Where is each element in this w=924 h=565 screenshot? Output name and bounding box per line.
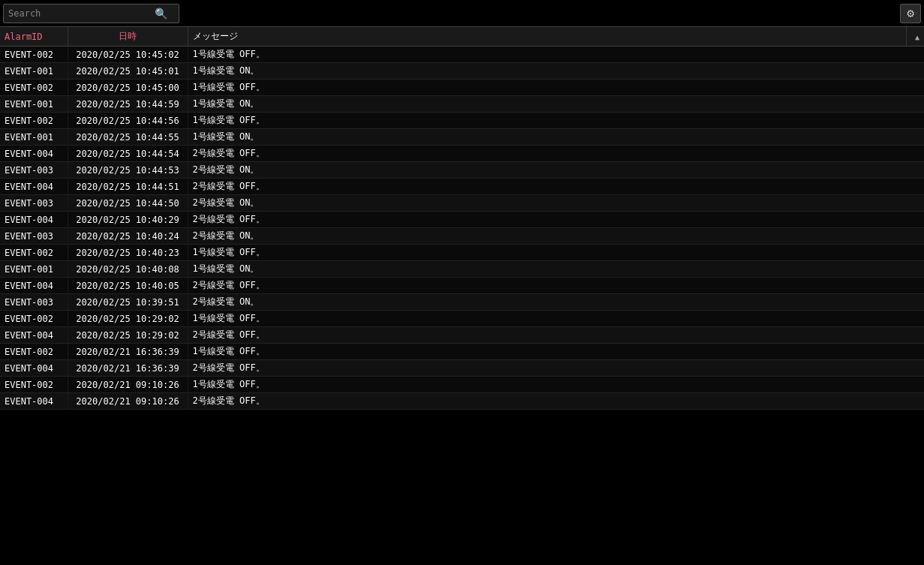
table-header-row: AlarmID 日時 メッセージ ▲ [0,27,924,47]
table-row[interactable]: EVENT-0022020/02/25 10:45:021号線受電 OFF。 [0,47,924,63]
gear-button[interactable]: ⚙ [900,4,921,23]
sort-arrow-icon: ▲ [915,33,919,41]
cell-datetime: 2020/02/25 10:44:50 [68,195,188,212]
table-row[interactable]: EVENT-0042020/02/25 10:40:052号線受電 OFF。 [0,278,924,294]
cell-datetime: 2020/02/25 10:44:53 [68,162,188,179]
cell-message: 1号線受電 ON。 [188,129,924,146]
cell-message: 1号線受電 OFF。 [188,80,924,96]
table-row[interactable]: EVENT-0042020/02/25 10:44:542号線受電 OFF。 [0,146,924,162]
cell-datetime: 2020/02/25 10:45:02 [68,47,188,63]
cell-datetime: 2020/02/25 10:29:02 [68,311,188,327]
table-row[interactable]: EVENT-0032020/02/25 10:44:502号線受電 ON。 [0,195,924,212]
cell-datetime: 2020/02/25 10:44:51 [68,179,188,195]
table-row[interactable]: EVENT-0042020/02/25 10:29:022号線受電 OFF。 [0,327,924,344]
cell-message: 2号線受電 OFF。 [188,212,924,228]
cell-datetime: 2020/02/21 16:36:39 [68,344,188,360]
cell-alarmid: EVENT-004 [0,179,68,195]
events-table: AlarmID 日時 メッセージ ▲ EVENT-0022020/02/25 1… [0,27,924,410]
cell-message: 2号線受電 ON。 [188,162,924,179]
cell-alarmid: EVENT-002 [0,344,68,360]
cell-datetime: 2020/02/21 16:36:39 [68,360,188,377]
cell-message: 1号線受電 ON。 [188,96,924,113]
table-row[interactable]: EVENT-0012020/02/25 10:44:551号線受電 ON。 [0,129,924,146]
table-row[interactable]: EVENT-0042020/02/21 16:36:392号線受電 OFF。 [0,360,924,377]
table-row[interactable]: EVENT-0032020/02/25 10:39:512号線受電 ON。 [0,294,924,311]
table-row[interactable]: EVENT-0022020/02/21 09:10:261号線受電 OFF。 [0,377,924,393]
cell-message: 2号線受電 ON。 [188,195,924,212]
top-bar: 🔍 ⚙ [0,0,924,27]
cell-alarmid: EVENT-004 [0,212,68,228]
cell-message: 1号線受電 OFF。 [188,377,924,393]
cell-alarmid: EVENT-002 [0,245,68,261]
cell-datetime: 2020/02/25 10:40:24 [68,228,188,245]
cell-datetime: 2020/02/25 10:45:00 [68,80,188,96]
cell-datetime: 2020/02/25 10:39:51 [68,294,188,311]
table-row[interactable]: EVENT-0022020/02/21 16:36:391号線受電 OFF。 [0,344,924,360]
cell-message: 2号線受電 ON。 [188,294,924,311]
cell-alarmid: EVENT-004 [0,393,68,410]
cell-message: 1号線受電 OFF。 [188,311,924,327]
cell-datetime: 2020/02/25 10:29:02 [68,327,188,344]
cell-alarmid: EVENT-002 [0,113,68,129]
cell-datetime: 2020/02/25 10:44:56 [68,113,188,129]
search-input[interactable] [8,8,155,19]
table-row[interactable]: EVENT-0042020/02/25 10:40:292号線受電 OFF。 [0,212,924,228]
cell-alarmid: EVENT-001 [0,129,68,146]
cell-alarmid: EVENT-001 [0,261,68,278]
col-header-message[interactable]: メッセージ [188,27,906,47]
table-row[interactable]: EVENT-0022020/02/25 10:29:021号線受電 OFF。 [0,311,924,327]
cell-message: 2号線受電 ON。 [188,228,924,245]
table-row[interactable]: EVENT-0022020/02/25 10:44:561号線受電 OFF。 [0,113,924,129]
cell-alarmid: EVENT-003 [0,162,68,179]
cell-alarmid: EVENT-003 [0,294,68,311]
cell-message: 2号線受電 OFF。 [188,146,924,162]
cell-message: 1号線受電 ON。 [188,261,924,278]
table-body: EVENT-0022020/02/25 10:45:021号線受電 OFF。EV… [0,47,924,410]
cell-datetime: 2020/02/25 10:45:01 [68,63,188,80]
cell-datetime: 2020/02/25 10:40:08 [68,261,188,278]
table-row[interactable]: EVENT-0042020/02/25 10:44:512号線受電 OFF。 [0,179,924,195]
table-row[interactable]: EVENT-0032020/02/25 10:40:242号線受電 ON。 [0,228,924,245]
cell-alarmid: EVENT-001 [0,96,68,113]
cell-datetime: 2020/02/21 09:10:26 [68,393,188,410]
cell-message: 2号線受電 OFF。 [188,179,924,195]
cell-datetime: 2020/02/25 10:44:59 [68,96,188,113]
gear-icon: ⚙ [907,6,914,20]
table-row[interactable]: EVENT-0012020/02/25 10:40:081号線受電 ON。 [0,261,924,278]
cell-alarmid: EVENT-004 [0,278,68,294]
cell-message: 2号線受電 OFF。 [188,327,924,344]
col-header-datetime[interactable]: 日時 [68,27,188,47]
cell-datetime: 2020/02/21 09:10:26 [68,377,188,393]
table-container: AlarmID 日時 メッセージ ▲ EVENT-0022020/02/25 1… [0,27,924,565]
cell-alarmid: EVENT-001 [0,63,68,80]
cell-datetime: 2020/02/25 10:40:05 [68,278,188,294]
cell-datetime: 2020/02/25 10:40:23 [68,245,188,261]
col-header-alarmid[interactable]: AlarmID [0,27,68,47]
cell-message: 1号線受電 OFF。 [188,113,924,129]
table-row[interactable]: EVENT-0042020/02/21 09:10:262号線受電 OFF。 [0,393,924,410]
cell-alarmid: EVENT-002 [0,80,68,96]
cell-alarmid: EVENT-004 [0,146,68,162]
cell-alarmid: EVENT-003 [0,228,68,245]
col-header-sort: ▲ [906,27,924,47]
cell-datetime: 2020/02/25 10:40:29 [68,212,188,228]
cell-message: 2号線受電 OFF。 [188,393,924,410]
table-row[interactable]: EVENT-0012020/02/25 10:44:591号線受電 ON。 [0,96,924,113]
cell-message: 1号線受電 OFF。 [188,344,924,360]
cell-datetime: 2020/02/25 10:44:55 [68,129,188,146]
cell-message: 1号線受電 OFF。 [188,245,924,261]
search-icon: 🔍 [155,8,167,20]
cell-datetime: 2020/02/25 10:44:54 [68,146,188,162]
table-row[interactable]: EVENT-0032020/02/25 10:44:532号線受電 ON。 [0,162,924,179]
cell-alarmid: EVENT-004 [0,360,68,377]
cell-message: 2号線受電 OFF。 [188,278,924,294]
cell-alarmid: EVENT-004 [0,327,68,344]
cell-message: 2号線受電 OFF。 [188,360,924,377]
cell-alarmid: EVENT-002 [0,47,68,63]
table-row[interactable]: EVENT-0012020/02/25 10:45:011号線受電 ON。 [0,63,924,80]
cell-message: 1号線受電 ON。 [188,63,924,80]
table-row[interactable]: EVENT-0022020/02/25 10:45:001号線受電 OFF。 [0,80,924,96]
cell-alarmid: EVENT-002 [0,311,68,327]
table-row[interactable]: EVENT-0022020/02/25 10:40:231号線受電 OFF。 [0,245,924,261]
cell-alarmid: EVENT-003 [0,195,68,212]
